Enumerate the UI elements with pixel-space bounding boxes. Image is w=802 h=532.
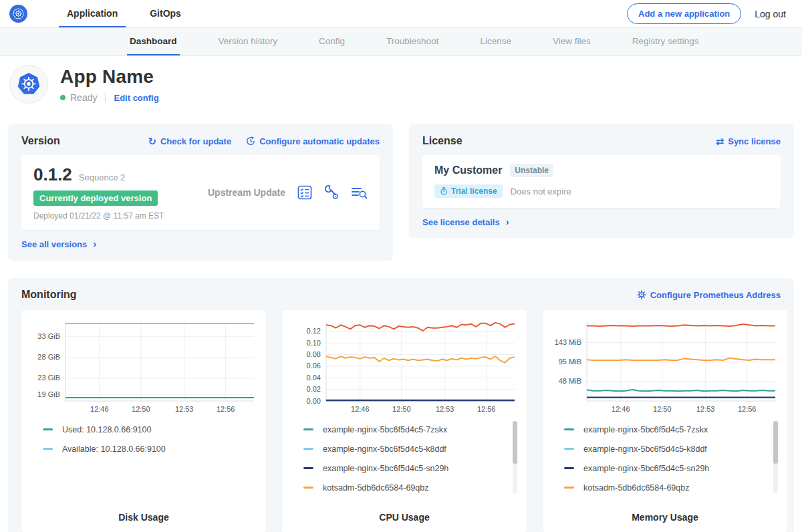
legend-swatch xyxy=(303,467,313,469)
kubernetes-app-icon xyxy=(16,72,41,97)
legend-label: example-nginx-5bc6f5d4c5-sn29h xyxy=(583,464,709,473)
svg-text:12:50: 12:50 xyxy=(132,405,150,413)
chevron-right-icon: › xyxy=(93,238,96,249)
svg-text:143 MiB: 143 MiB xyxy=(555,338,581,346)
legend-scrollbar-thumb[interactable] xyxy=(513,421,517,464)
memory-usage-legend: example-nginx-5bc6f5d4c5-7zskxexample-ng… xyxy=(551,420,779,512)
svg-text:0.04: 0.04 xyxy=(307,374,321,382)
tab-version-history[interactable]: Version history xyxy=(216,28,281,55)
license-title: License xyxy=(422,135,462,147)
tab-registry-settings[interactable]: Registry settings xyxy=(630,28,702,55)
status-dot xyxy=(60,95,65,100)
legend-swatch xyxy=(303,487,313,489)
legend-item: example-nginx-5bc6f5d4c5-sn29h xyxy=(303,458,508,478)
license-type-label: Trial license xyxy=(451,186,497,196)
legend-swatch xyxy=(43,448,53,450)
tab-license[interactable]: License xyxy=(477,28,514,55)
see-all-versions-link[interactable]: See all versions › xyxy=(21,239,380,250)
legend-label: example-nginx-5bc6f5d4c5-7zskx xyxy=(323,425,447,434)
deployed-badge: Currently deployed version xyxy=(33,190,158,206)
tab-troubleshoot[interactable]: Troubleshoot xyxy=(384,28,441,55)
svg-text:95 MiB: 95 MiB xyxy=(559,358,581,366)
svg-text:23 GiB: 23 GiB xyxy=(37,374,60,382)
version-panel: Version ↻ Check for update Configure aut… xyxy=(8,124,393,261)
svg-text:0.02: 0.02 xyxy=(307,385,321,393)
current-version-card: 0.1.2 Sequence 2 Currently deployed vers… xyxy=(21,155,380,230)
tab-view-files-label: View files xyxy=(553,36,591,46)
tab-config-label: Config xyxy=(319,36,345,46)
legend-item: Used: 10.128.0.66:9100 xyxy=(43,420,247,439)
configure-automatic-updates-link[interactable]: Configure automatic updates xyxy=(246,136,380,146)
legend-swatch xyxy=(564,428,574,430)
legend-label: kotsadm-5db6dc6584-69qbz xyxy=(583,483,689,493)
memory-usage-chart: 12:4612:5012:5312:5648 MiB95 MiB143 MiB xyxy=(551,317,779,417)
svg-text:12:53: 12:53 xyxy=(175,405,194,413)
version-source-label: Upstream Update xyxy=(204,187,297,198)
status-text: Ready xyxy=(70,92,97,103)
divider xyxy=(105,93,106,102)
sync-arrows-icon: ⇄ xyxy=(716,136,724,146)
see-license-details-link[interactable]: See license details › xyxy=(422,217,781,228)
legend-item: example-nginx-5bc6f5d4c5-k8ddf xyxy=(303,439,508,458)
disk-usage-card: 12:4612:5012:5312:5619 GiB23 GiB28 GiB33… xyxy=(21,310,266,532)
license-card: My Customer Unstable Trial license xyxy=(422,155,781,208)
tab-application[interactable]: Application xyxy=(59,0,126,27)
app-header: App Name Ready Edit config xyxy=(0,56,802,119)
svg-text:12:46: 12:46 xyxy=(351,405,370,413)
legend-scrollbar-thumb[interactable] xyxy=(773,421,778,464)
legend-swatch xyxy=(43,428,53,430)
version-title: Version xyxy=(21,135,60,147)
monitoring-title: Monitoring xyxy=(21,289,77,301)
add-application-button[interactable]: Add a new application xyxy=(627,3,741,24)
tab-dashboard[interactable]: Dashboard xyxy=(127,28,180,55)
cpu-usage-legend: example-nginx-5bc6f5d4c5-7zskxexample-ng… xyxy=(290,420,519,512)
edit-config-link[interactable]: Edit config xyxy=(114,93,158,103)
legend-label: example-nginx-5bc6f5d4c5-7zskx xyxy=(583,425,708,434)
svg-text:0.12: 0.12 xyxy=(307,327,321,335)
check-for-update-link[interactable]: ↻ Check for update xyxy=(148,136,231,146)
edit-config-icon[interactable] xyxy=(323,184,340,201)
legend-scrollbar xyxy=(513,421,517,493)
memory-usage-card: 12:4612:5012:5312:5648 MiB95 MiB143 MiB … xyxy=(543,310,787,532)
legend-label: example-nginx-5bc6f5d4c5-k8ddf xyxy=(583,444,707,454)
legend-item: kotsadm-5db6dc6584-69qbz xyxy=(564,478,769,497)
logout-button[interactable]: Log out xyxy=(755,9,786,19)
legend-scrollbar xyxy=(773,421,778,493)
svg-text:12:56: 12:56 xyxy=(217,405,235,413)
tab-config[interactable]: Config xyxy=(316,28,348,55)
cpu-usage-chart: 12:4612:5012:5312:560.000.020.040.060.08… xyxy=(290,317,519,417)
top-nav: Application GitOps Add a new application… xyxy=(0,0,802,28)
svg-text:12:53: 12:53 xyxy=(436,405,454,413)
refresh-icon: ↻ xyxy=(148,136,156,146)
kubernetes-helm-icon xyxy=(12,7,25,20)
legend-item: Available: 10.128.0.66:9100 xyxy=(43,439,247,458)
version-number: 0.1.2 xyxy=(33,164,72,185)
svg-text:28 GiB: 28 GiB xyxy=(37,353,60,361)
kubernetes-logo xyxy=(9,0,36,27)
sync-license-label: Sync license xyxy=(728,136,781,146)
view-files-icon[interactable] xyxy=(351,186,368,200)
preflight-checks-icon[interactable] xyxy=(297,185,312,200)
gear-icon xyxy=(637,290,646,299)
svg-text:12:53: 12:53 xyxy=(696,405,715,413)
license-type-badge: Trial license xyxy=(434,184,503,198)
configure-prometheus-link[interactable]: Configure Prometheus Address xyxy=(637,290,781,300)
svg-text:33 GiB: 33 GiB xyxy=(37,332,60,340)
tab-registry-settings-label: Registry settings xyxy=(632,36,699,46)
legend-swatch xyxy=(564,467,574,469)
legend-label: example-nginx-5bc6f5d4c5-k8ddf xyxy=(323,444,446,454)
check-for-update-label: Check for update xyxy=(160,136,231,146)
tab-view-files[interactable]: View files xyxy=(550,28,593,55)
legend-swatch xyxy=(564,448,574,450)
svg-text:0.06: 0.06 xyxy=(307,362,321,370)
sync-license-link[interactable]: ⇄ Sync license xyxy=(716,136,781,146)
svg-text:0.00: 0.00 xyxy=(307,397,321,405)
customer-name: My Customer xyxy=(434,164,502,176)
legend-label: example-nginx-5bc6f5d4c5-sn29h xyxy=(323,464,448,473)
license-panel: License ⇄ Sync license My Customer Unsta… xyxy=(409,124,794,239)
tab-gitops[interactable]: GitOps xyxy=(142,0,189,27)
app-avatar xyxy=(9,65,48,104)
clock-refresh-icon xyxy=(246,136,255,146)
legend-item: example-nginx-5bc6f5d4c5-k8ddf xyxy=(564,439,769,458)
svg-text:19 GiB: 19 GiB xyxy=(37,390,60,398)
